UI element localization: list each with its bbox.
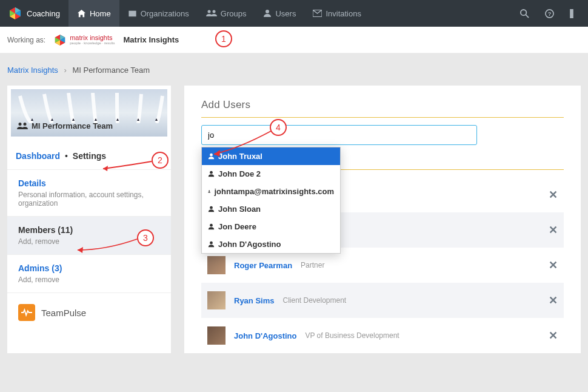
avatar — [207, 326, 226, 345]
user-icon — [208, 241, 215, 248]
dropdown-item-label: John D'Agostino — [218, 240, 281, 249]
remove-user-button[interactable]: ✕ — [549, 223, 558, 237]
sidebar-item-admins[interactable]: Admins (3) Add, remove — [7, 255, 171, 293]
details-sub: Personal information, account settings, … — [18, 191, 160, 208]
user-role: Partner — [301, 261, 324, 269]
dropdown-item[interactable]: Jon Deere — [202, 218, 340, 235]
matrix-logo-icon — [54, 34, 66, 46]
svg-marker-19 — [31, 118, 33, 121]
remove-user-button[interactable]: ✕ — [549, 294, 558, 307]
nav-home[interactable]: Home — [68, 0, 119, 27]
nav-groups-label: Groups — [221, 9, 247, 18]
breadcrumb: Matrix Insights › MI Performance Team — [0, 53, 588, 86]
breadcrumb-root[interactable]: Matrix Insights — [7, 66, 58, 75]
members-title: Members (11) — [18, 225, 160, 235]
add-users-heading: Add Users — [201, 99, 564, 111]
dropdown-item-label: John Doe 2 — [218, 169, 261, 178]
dropdown-item[interactable]: johntampa@matrixinsights.com — [202, 183, 340, 200]
page-layout: MI Performance Team Dashboard • Settings… — [0, 86, 588, 353]
svg-point-33 — [210, 242, 213, 245]
nav-menu[interactable] — [564, 0, 583, 27]
nav-help[interactable]: ? — [539, 0, 564, 27]
sidebar-item-teampulse[interactable]: TeamPulse — [7, 293, 171, 332]
nav-groups[interactable]: Groups — [198, 0, 255, 27]
tab-dashboard[interactable]: Dashboard — [16, 151, 60, 161]
tab-separator: • — [65, 151, 68, 161]
svg-point-32 — [210, 224, 213, 227]
dropdown-item-label: Jon Deere — [218, 222, 256, 231]
topnav: Coaching Home Organizations Groups Users… — [0, 0, 588, 27]
help-icon: ? — [545, 9, 554, 18]
sidebar-item-members[interactable]: Members (11) Add, remove — [7, 217, 171, 255]
dropdown-item-label: John Sloan — [218, 204, 261, 214]
accent-rule — [201, 117, 564, 118]
matrix-logo-top: matrix insights — [70, 35, 115, 41]
svg-rect-13 — [570, 9, 573, 18]
nav-search[interactable] — [514, 0, 539, 27]
members-sub: Add, remove — [18, 237, 160, 246]
dropdown-item-label: John Truxal — [218, 152, 262, 161]
user-row: Ryan Sims Client Development ✕ — [201, 283, 564, 318]
user-name[interactable]: Roger Pearman — [234, 261, 292, 270]
svg-point-31 — [210, 206, 213, 209]
tab-settings[interactable]: Settings — [73, 151, 106, 161]
nav-users-label: Users — [275, 9, 296, 18]
main-panel: Add Users John Truxal John Doe 2 johntam… — [184, 86, 581, 353]
user-name[interactable]: John D'Agostino — [234, 331, 296, 340]
svg-point-6 — [212, 10, 215, 13]
brand[interactable]: Coaching — [0, 7, 68, 20]
user-icon — [208, 206, 215, 212]
remove-user-button[interactable]: ✕ — [549, 188, 558, 201]
building-icon — [128, 9, 137, 18]
nav-invitations[interactable]: Invitations — [304, 0, 370, 27]
nav-home-label: Home — [90, 9, 111, 18]
details-title: Details — [18, 178, 160, 188]
working-as-logo[interactable]: matrix insights people · knowledge · res… — [54, 34, 115, 46]
user-row: John D'Agostino VP of Business Developme… — [201, 318, 564, 353]
user-icon — [263, 9, 272, 18]
working-as-active[interactable]: Matrix Insights — [124, 35, 179, 44]
nav-orgs-label: Organizations — [141, 9, 189, 18]
dropdown-item[interactable]: John Doe 2 — [202, 165, 340, 183]
dropdown-item[interactable]: John Truxal — [202, 147, 340, 165]
sidebar-item-details[interactable]: Details Personal information, account se… — [7, 170, 171, 217]
team-banner: MI Performance Team — [11, 89, 167, 137]
user-role: VP of Business Development — [305, 331, 399, 340]
user-icon — [208, 223, 215, 230]
svg-point-28 — [210, 154, 213, 157]
remove-user-button[interactable]: ✕ — [549, 329, 558, 342]
remove-user-button[interactable]: ✕ — [549, 259, 558, 272]
avatar — [207, 291, 226, 309]
user-icon — [208, 188, 210, 195]
svg-point-5 — [207, 10, 210, 13]
user-dropdown: John Truxal John Doe 2 johntampa@matrixi… — [201, 147, 341, 254]
search-wrapper: John Truxal John Doe 2 johntampa@matrixi… — [201, 125, 564, 145]
jets-image — [11, 93, 169, 123]
brand-label: Coaching — [27, 9, 60, 18]
search-icon — [520, 9, 529, 18]
breadcrumb-current: MI Performance Team — [72, 66, 150, 75]
admins-sub: Add, remove — [18, 275, 160, 284]
user-role: Client Development — [282, 296, 346, 305]
dropdown-item-label: johntampa@matrixinsights.com — [214, 187, 334, 196]
admins-title: Admins (3) — [18, 263, 160, 273]
dropdown-item[interactable]: John Sloan — [202, 200, 340, 218]
home-icon — [77, 9, 86, 18]
sidebar: MI Performance Team Dashboard • Settings… — [7, 86, 171, 353]
teampulse-icon — [18, 304, 35, 321]
nav-users[interactable]: Users — [255, 0, 304, 27]
envelope-icon — [313, 10, 322, 17]
working-as-bar: Working as: matrix insights people · kno… — [0, 27, 588, 53]
svg-line-10 — [526, 15, 529, 18]
nav-organizations[interactable]: Organizations — [119, 0, 198, 27]
dropdown-item[interactable]: John D'Agostino — [202, 235, 340, 253]
user-name[interactable]: Ryan Sims — [234, 296, 274, 305]
add-user-search-input[interactable] — [201, 125, 477, 145]
menu-icon — [570, 9, 573, 18]
svg-point-9 — [521, 9, 526, 15]
avatar — [207, 256, 226, 274]
sidebar-tabs: Dashboard • Settings — [7, 140, 171, 170]
group-icon — [206, 9, 217, 18]
breadcrumb-separator: › — [64, 66, 66, 75]
svg-point-7 — [266, 10, 269, 13]
